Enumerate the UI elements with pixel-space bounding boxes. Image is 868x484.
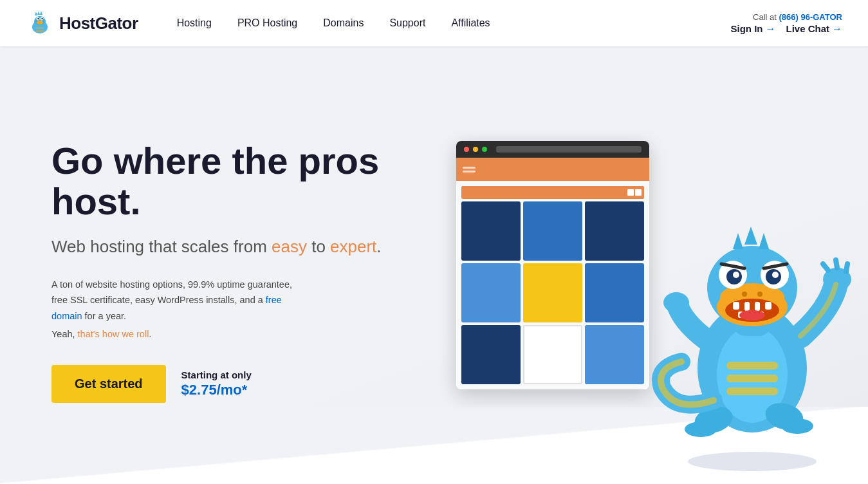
svg-marker-46 bbox=[744, 227, 757, 245]
svg-rect-27 bbox=[733, 302, 739, 310]
logo-link[interactable]: HostGator bbox=[26, 9, 138, 37]
mockup-dot-green bbox=[482, 147, 487, 152]
mockup-tile-8 bbox=[523, 325, 582, 384]
svg-point-21 bbox=[781, 418, 813, 434]
nav-affiliates[interactable]: Affiliates bbox=[438, 0, 503, 46]
mockup-header-lines bbox=[463, 167, 476, 172]
hero-section: Go where the pros host. Web hosting that… bbox=[0, 46, 868, 484]
mockup-tile-2 bbox=[523, 201, 582, 261]
svg-rect-12 bbox=[36, 30, 44, 32]
mockup-browser bbox=[456, 141, 649, 389]
svg-rect-30 bbox=[765, 302, 771, 310]
hero-tagline: Yeah, that's how we roll. bbox=[51, 329, 386, 339]
mockup-dot-red bbox=[464, 147, 469, 152]
svg-point-41 bbox=[733, 272, 739, 278]
nav-support[interactable]: Support bbox=[376, 0, 438, 46]
mockup-tile-1 bbox=[461, 201, 521, 261]
svg-rect-29 bbox=[755, 302, 760, 311]
svg-marker-10 bbox=[40, 11, 42, 15]
sign-in-link[interactable]: Sign In → bbox=[730, 23, 775, 35]
mockup-tile-9 bbox=[585, 325, 644, 384]
header-right: Call at (866) 96-GATOR Sign In → Live Ch… bbox=[730, 12, 842, 35]
mockup-banner-sq-1 bbox=[627, 189, 634, 196]
hero-subtitle: Web hosting that scales from easy to exp… bbox=[51, 235, 386, 258]
mockup-dot-yellow bbox=[473, 147, 478, 152]
svg-rect-15 bbox=[726, 362, 778, 369]
header-actions: Sign In → Live Chat → bbox=[730, 23, 842, 35]
svg-point-7 bbox=[37, 21, 43, 24]
site-header: HostGator Hosting PRO Hosting Domains Su… bbox=[0, 0, 868, 46]
get-started-button[interactable]: Get started bbox=[51, 365, 166, 403]
mockup-banner-sq-2 bbox=[635, 189, 642, 196]
mockup-tile-6 bbox=[585, 263, 644, 322]
logo-icon bbox=[26, 9, 54, 37]
price-block: Starting at only $2.75/mo* bbox=[181, 369, 252, 398]
svg-marker-9 bbox=[37, 11, 40, 15]
svg-line-51 bbox=[846, 264, 847, 272]
sign-in-arrow: → bbox=[765, 23, 775, 35]
svg-point-44 bbox=[757, 292, 762, 297]
website-mockup bbox=[456, 141, 649, 389]
svg-marker-47 bbox=[759, 233, 769, 249]
mockup-hline-2 bbox=[463, 171, 476, 172]
hero-content: Go where the pros host. Web hosting that… bbox=[51, 140, 386, 404]
gator-shadow bbox=[688, 452, 817, 471]
free-domain-link[interactable]: free domain bbox=[51, 295, 282, 321]
svg-marker-8 bbox=[35, 12, 37, 15]
svg-line-49 bbox=[823, 264, 828, 270]
mockup-topbar bbox=[456, 141, 649, 158]
starting-label: Starting at only bbox=[181, 369, 252, 380]
mockup-urlbar bbox=[496, 146, 642, 153]
svg-point-42 bbox=[772, 272, 779, 278]
hero-description: A ton of website hosting options, 99.9% … bbox=[51, 277, 309, 324]
mockup-tile-4 bbox=[461, 263, 521, 322]
svg-rect-17 bbox=[726, 387, 778, 395]
nav-domains[interactable]: Domains bbox=[310, 0, 376, 46]
mockup-hline-1 bbox=[463, 167, 476, 169]
mockup-content bbox=[456, 181, 649, 389]
svg-point-6 bbox=[41, 18, 42, 19]
nav-hosting[interactable]: Hosting bbox=[164, 0, 225, 46]
nav-pro-hosting[interactable]: PRO Hosting bbox=[225, 0, 310, 46]
phone-link[interactable]: (866) 96-GATOR bbox=[779, 12, 843, 22]
mockup-header-strip bbox=[456, 158, 649, 181]
hero-title: Go where the pros host. bbox=[51, 140, 386, 223]
svg-marker-45 bbox=[733, 233, 743, 249]
mockup-body bbox=[456, 158, 649, 389]
mockup-tile-5 bbox=[523, 263, 582, 322]
svg-point-5 bbox=[37, 18, 39, 19]
svg-point-19 bbox=[685, 422, 717, 437]
cta-row: Get started Starting at only $2.75/mo* bbox=[51, 365, 386, 403]
hero-illustration bbox=[418, 46, 868, 484]
live-chat-link[interactable]: Live Chat → bbox=[786, 23, 842, 35]
mockup-tile-3 bbox=[585, 201, 644, 261]
live-chat-arrow: → bbox=[832, 23, 842, 35]
mockup-tile-7 bbox=[461, 325, 521, 384]
svg-rect-16 bbox=[726, 375, 778, 382]
mockup-banner bbox=[461, 186, 644, 199]
svg-point-34 bbox=[739, 310, 765, 321]
gator-mascot bbox=[649, 169, 855, 465]
svg-rect-28 bbox=[744, 302, 750, 311]
svg-point-43 bbox=[742, 292, 747, 297]
logo-text: HostGator bbox=[59, 14, 138, 33]
price-amount: $2.75/mo* bbox=[181, 382, 252, 398]
svg-line-50 bbox=[836, 260, 837, 268]
call-info: Call at (866) 96-GATOR bbox=[753, 12, 842, 22]
main-nav: Hosting PRO Hosting Domains Support Affi… bbox=[164, 0, 731, 46]
svg-rect-11 bbox=[36, 27, 44, 29]
svg-point-52 bbox=[663, 292, 689, 313]
mockup-grid bbox=[461, 201, 644, 384]
